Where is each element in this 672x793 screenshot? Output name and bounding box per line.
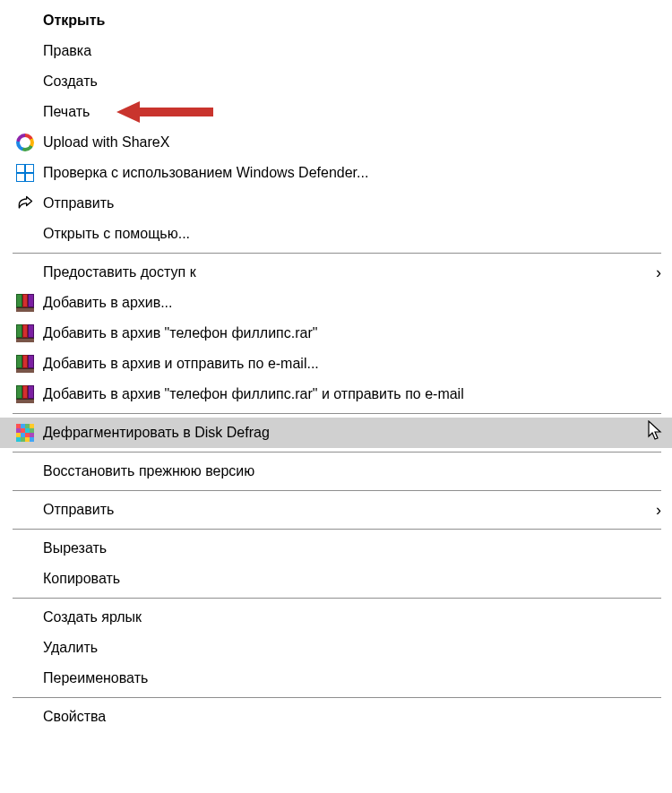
separator (13, 490, 661, 491)
menu-label: Открыть с помощью... (43, 226, 661, 242)
separator (13, 452, 661, 453)
menu-share[interactable]: Отправить (0, 188, 672, 219)
menu-edit[interactable]: Правка (0, 36, 672, 66)
menu-properties[interactable]: Свойства (0, 702, 672, 732)
menu-label: Предоставить доступ к (43, 264, 649, 280)
separator (13, 253, 661, 254)
menu-label: Добавить в архив и отправить по e-mail..… (43, 356, 661, 372)
menu-archive-and-email[interactable]: Добавить в архив и отправить по e-mail..… (0, 349, 672, 379)
sharex-icon (13, 133, 38, 152)
menu-copy[interactable]: Копировать (0, 564, 672, 594)
empty-icon (13, 569, 38, 589)
context-menu: Открыть Правка Создать Печать Upload wit… (0, 0, 672, 737)
menu-send-to[interactable]: Отправить › (0, 495, 672, 525)
menu-open[interactable]: Открыть (0, 5, 672, 36)
separator (13, 413, 661, 414)
empty-icon (13, 638, 38, 658)
menu-label: Проверка с использованием Windows Defend… (43, 165, 661, 181)
disk-defrag-icon (13, 423, 38, 443)
menu-create[interactable]: Создать (0, 66, 672, 97)
menu-open-with[interactable]: Открыть с помощью... (0, 219, 672, 249)
menu-delete[interactable]: Удалить (0, 633, 672, 663)
winrar-icon (13, 354, 38, 374)
chevron-right-icon: › (656, 501, 661, 520)
menu-label: Открыть (43, 13, 661, 29)
separator (13, 529, 661, 530)
winrar-icon (13, 384, 38, 404)
empty-icon (13, 539, 38, 558)
menu-label: Восстановить прежнюю версию (43, 463, 661, 479)
menu-defrag[interactable]: Дефрагментировать в Disk Defrag (0, 418, 672, 448)
empty-icon (13, 224, 38, 244)
menu-give-access[interactable]: Предоставить доступ к › (0, 257, 672, 288)
menu-cut[interactable]: Вырезать (0, 533, 672, 564)
menu-label: Удалить (43, 640, 661, 656)
share-icon (13, 194, 38, 213)
empty-icon (13, 707, 38, 727)
menu-label: Создать ярлык (43, 609, 661, 625)
empty-icon (13, 608, 38, 627)
menu-defender-scan[interactable]: Проверка с использованием Windows Defend… (0, 158, 672, 188)
windows-defender-icon (13, 163, 38, 183)
separator (13, 697, 661, 698)
empty-icon (13, 668, 38, 688)
menu-label: Upload with ShareX (43, 134, 661, 151)
red-arrow-annotation (116, 101, 213, 123)
menu-named-archive-and-email[interactable]: Добавить в архив "телефон филлипс.rar" и… (0, 379, 672, 409)
cursor-icon (647, 420, 663, 445)
menu-label: Добавить в архив... (43, 295, 661, 311)
empty-icon (13, 461, 38, 481)
winrar-icon (13, 293, 38, 313)
menu-label: Переименовать (43, 670, 661, 686)
menu-label: Добавить в архив "телефон филлипс.rar" (43, 325, 661, 341)
menu-label: Свойства (43, 709, 661, 725)
menu-create-shortcut[interactable]: Создать ярлык (0, 602, 672, 633)
empty-icon (13, 263, 38, 282)
menu-label: Дефрагментировать в Disk Defrag (43, 425, 661, 441)
empty-icon (13, 500, 38, 520)
menu-add-to-archive[interactable]: Добавить в архив... (0, 288, 672, 318)
empty-icon (13, 41, 38, 61)
menu-print[interactable]: Печать (0, 97, 672, 127)
menu-add-to-named-archive[interactable]: Добавить в архив "телефон филлипс.rar" (0, 318, 672, 349)
separator (13, 598, 661, 599)
menu-upload-sharex[interactable]: Upload with ShareX (0, 127, 672, 158)
menu-label: Копировать (43, 571, 661, 587)
chevron-right-icon: › (656, 263, 661, 282)
winrar-icon (13, 323, 38, 343)
menu-rename[interactable]: Переименовать (0, 663, 672, 694)
menu-label: Отправить (43, 502, 649, 518)
empty-icon (13, 72, 38, 91)
menu-restore-previous[interactable]: Восстановить прежнюю версию (0, 456, 672, 487)
menu-label: Добавить в архив "телефон филлипс.rar" и… (43, 386, 661, 402)
empty-icon (13, 102, 38, 122)
menu-label: Создать (43, 73, 661, 90)
empty-icon (13, 11, 38, 30)
menu-label: Вырезать (43, 540, 661, 556)
menu-label: Правка (43, 43, 661, 59)
menu-label: Отправить (43, 195, 661, 211)
